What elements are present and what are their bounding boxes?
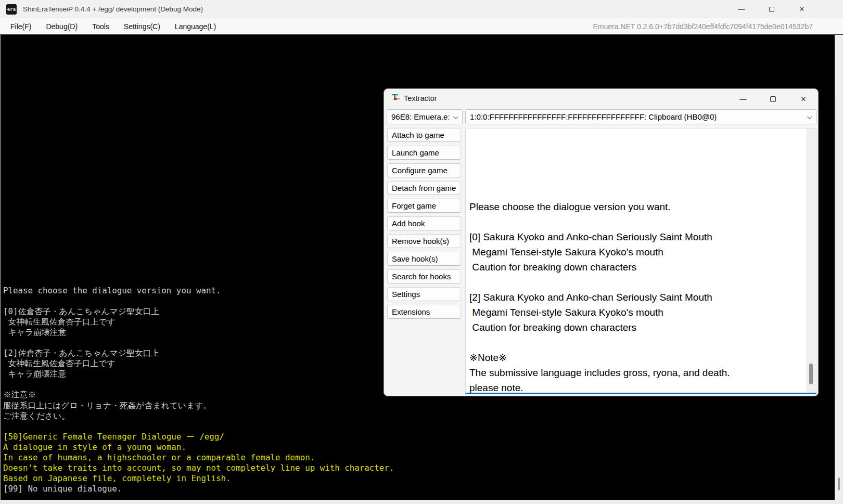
maximize-icon (769, 7, 774, 12)
screen: era ShinEraTenseiP 0.4.4 + /egg/ develop… (0, 0, 843, 504)
output-line (469, 169, 812, 184)
console-line: ※注意※ (3, 390, 394, 400)
output-line: [0] Sakura Kyoko and Anko-chan Seriously… (469, 229, 812, 244)
menu-item-language-l[interactable]: Language(L) (168, 18, 223, 35)
chevron-down-icon (453, 114, 458, 119)
output-line: Caution for breaking down characters (469, 320, 812, 335)
minimize-icon: — (740, 95, 747, 103)
output-scrollbar[interactable] (806, 128, 816, 393)
menu-bar: File(F)Debug(D)ToolsSettings(C)Language(… (0, 18, 843, 35)
close-button[interactable]: ✕ (787, 0, 817, 18)
close-icon: ✕ (799, 5, 805, 13)
app-icon: era (6, 4, 17, 15)
textractor-window: T ← Textractor — ✕ 96E8: Emuera.e: 1:0:0… (384, 88, 819, 396)
process-select[interactable]: 96E8: Emuera.e: (387, 109, 463, 124)
hook-select[interactable]: 1:0:0:FFFFFFFFFFFFFFFF:FFFFFFFFFFFFFFFF:… (465, 109, 816, 124)
textractor-button-column: Attach to gameLaunch gameConfigure gameD… (387, 128, 461, 319)
output-line: Please choose the dialogue version you w… (469, 199, 812, 214)
output-scrollbar-thumb[interactable] (809, 364, 813, 384)
console-text: Please choose the dialogue version you w… (3, 286, 394, 494)
textractor-title: Textractor (404, 94, 437, 102)
console-scrollbar-thumb[interactable] (838, 477, 840, 490)
output-line: Megami Tensei-style Sakura Kyoko's mouth (469, 305, 812, 320)
attach-to-game-button[interactable]: Attach to game (387, 128, 461, 142)
output-line: Megami Tensei-style Sakura Kyoko's mouth (469, 244, 812, 260)
settings-button[interactable]: Settings (387, 287, 461, 301)
hook-select-value: 1:0:0:FFFFFFFFFFFFFFFF:FFFFFFFFFFFFFFFF:… (470, 112, 717, 121)
output-line (469, 275, 812, 290)
textractor-icon: T ← (391, 94, 401, 103)
console-line (3, 296, 394, 306)
console-line: Please choose the dialogue version you w… (3, 286, 394, 296)
textractor-icon-arrow: ← (395, 96, 400, 102)
output-line (469, 214, 812, 229)
menu-item-tools[interactable]: Tools (85, 18, 117, 35)
console-line: [0]佐倉杏子・あんこちゃんマジ聖女口上 (3, 306, 394, 317)
launch-game-button[interactable]: Launch game (387, 146, 461, 160)
output-line (469, 335, 812, 350)
output-line (469, 154, 812, 169)
chevron-down-icon (807, 114, 812, 119)
menu-item-settings-c[interactable]: Settings(C) (117, 18, 168, 35)
process-select-value: 96E8: Emuera.e: (391, 112, 450, 121)
remove-hook-s-button[interactable]: Remove hook(s) (387, 234, 461, 248)
configure-game-button[interactable]: Configure game (387, 163, 461, 177)
detach-from-game-button[interactable]: Detach from game (387, 181, 461, 195)
output-line: please note. (469, 380, 812, 394)
console-line: Based on Japanese file, completely in En… (3, 473, 394, 484)
output-line (469, 139, 812, 154)
console-line: Doesn't take traits into account, so may… (3, 463, 394, 473)
console-line (3, 379, 394, 390)
maximize-icon (770, 96, 776, 102)
output-line: Caution for breaking down characters (469, 260, 812, 275)
window-controls: — ✕ (726, 0, 817, 18)
console-line: 女神転生風佐倉杏子口上です (3, 317, 394, 327)
extensions-button[interactable]: Extensions (387, 305, 461, 319)
console-line (3, 421, 394, 432)
textractor-maximize-button[interactable] (761, 89, 785, 109)
forget-game-button[interactable]: Forget game (387, 199, 461, 213)
console-line: 女神転生風佐倉杏子口上です (3, 358, 394, 369)
textractor-output[interactable]: Please choose the dialogue version you w… (465, 128, 816, 394)
output-line: ※Note※ (469, 350, 812, 365)
console-line: キャラ崩壊注意 (3, 327, 394, 338)
app-title: ShinEraTenseiP 0.4.4 + /egg/ development… (23, 5, 203, 13)
console-line: [50]Generic Female Teenager Dialogue ー /… (3, 432, 394, 442)
save-hook-s-button[interactable]: Save hook(s) (387, 252, 461, 266)
textractor-close-button[interactable]: ✕ (791, 89, 815, 109)
emuera-version-label: Emuera.NET 0.2.6.0+7b7dd3bf240eff4fdfc70… (593, 22, 843, 31)
menu-item-debug-d[interactable]: Debug(D) (39, 18, 85, 35)
console-line (3, 338, 394, 348)
minimize-button[interactable]: — (726, 0, 757, 18)
console-line: [99] No unique dialogue. (3, 484, 394, 494)
textractor-titlebar[interactable]: T ← Textractor — ✕ (384, 89, 818, 109)
minimize-icon: — (738, 5, 745, 13)
output-line: The submissive language includes gross, … (469, 365, 812, 380)
add-hook-button[interactable]: Add hook (387, 216, 461, 230)
console-line: A dialogue in style of a young woman. (3, 442, 394, 453)
console-line: In case of humans, a highschooler or a c… (3, 453, 394, 463)
console-line: ご注意ください。 (3, 411, 394, 421)
console-line: キャラ崩壊注意 (3, 369, 394, 379)
output-line (469, 184, 812, 199)
console-line: 服従系口上にはグロ・リョナ・死姦が含まれています。 (3, 400, 394, 411)
search-for-hooks-button[interactable]: Search for hooks (387, 269, 461, 283)
console-scrollbar[interactable] (835, 35, 843, 500)
console-line: [2]佐倉杏子・あんこちゃんマジ聖女口上 (3, 348, 394, 358)
menu-item-file-f[interactable]: File(F) (3, 18, 39, 35)
close-icon: ✕ (801, 95, 807, 103)
output-line: [2] Sakura Kyoko and Anko-chan Seriously… (469, 290, 812, 305)
textractor-output-text: Please choose the dialogue version you w… (466, 128, 816, 394)
window-bottom-edge (0, 500, 843, 504)
textractor-minimize-button[interactable]: — (731, 89, 755, 109)
app-titlebar[interactable]: era ShinEraTenseiP 0.4.4 + /egg/ develop… (0, 0, 843, 18)
maximize-button[interactable] (757, 0, 787, 18)
menu-items: File(F)Debug(D)ToolsSettings(C)Language(… (3, 18, 223, 35)
